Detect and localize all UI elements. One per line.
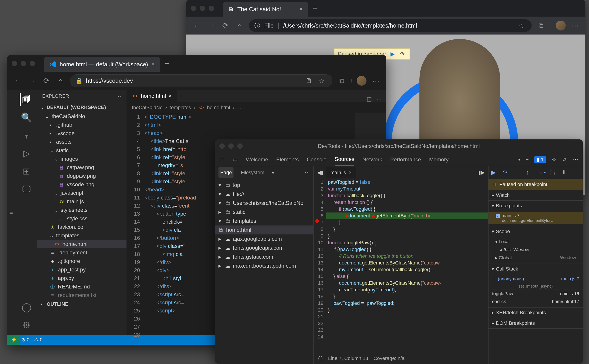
more-icon[interactable]: ⋯ xyxy=(570,21,580,31)
file-catpaw[interactable]: ▦catpaw.png xyxy=(37,163,126,172)
tree-static[interactable]: ▸🗀 static xyxy=(215,208,313,216)
forward-button[interactable]: → xyxy=(27,76,37,86)
favorite-icon[interactable]: ☆ xyxy=(317,76,327,86)
maximize-window-button[interactable] xyxy=(237,143,243,149)
remote-indicator[interactable]: ⚡ xyxy=(7,335,20,345)
close-tab-icon[interactable]: × xyxy=(169,93,172,99)
breakpoint-checkbox[interactable]: ✓ xyxy=(496,214,500,218)
settings-icon[interactable]: ⚙ xyxy=(20,319,32,331)
folder-vscode[interactable]: ›.vscode xyxy=(37,129,126,138)
deactivate-bp-button[interactable]: ⬚ xyxy=(549,169,557,176)
home-button[interactable]: ⌂ xyxy=(235,21,245,31)
split-editor-icon[interactable]: ◫ xyxy=(367,96,372,102)
device-toolbar-icon[interactable]: ▭ xyxy=(233,156,238,163)
reader-icon[interactable]: 🗎 xyxy=(304,76,314,86)
browser-tab[interactable]: 🗎 The Cat said No! × xyxy=(223,2,308,17)
lock-icon[interactable]: 🔒 xyxy=(76,77,83,84)
tree-userpath[interactable]: ▾🗀 Users/chris/src/theCatSaidNo xyxy=(215,199,313,208)
file-readme[interactable]: ⓘREADME.md xyxy=(37,282,126,291)
explorer-icon[interactable]: 🗐 xyxy=(20,93,32,106)
search-icon[interactable]: 🔍 xyxy=(20,111,32,124)
scope-header[interactable]: ▾ Scope xyxy=(489,226,583,237)
more-tabs-icon[interactable]: » xyxy=(272,170,274,176)
watch-header[interactable]: ▸ Watch xyxy=(489,190,583,200)
feedback-icon[interactable]: ☺ xyxy=(562,156,568,163)
close-window-button[interactable] xyxy=(191,6,196,11)
favorite-icon[interactable]: ☆ xyxy=(516,21,526,31)
file-vscodepng[interactable]: ▦vscode.png xyxy=(37,180,126,189)
extensions-icon[interactable]: ⧉ xyxy=(536,21,546,31)
file-apptest[interactable]: ♦app_test.py xyxy=(37,265,126,274)
callstack-frame[interactable]: → (anonymous)main.js:7 xyxy=(489,275,583,283)
source-control-icon[interactable]: ⑂ xyxy=(20,129,32,142)
folder-root[interactable]: ⌄theCatSaidNo xyxy=(37,112,126,121)
folder-templates[interactable]: ⌄templates xyxy=(37,231,126,240)
source-lines[interactable]: pawToggled = false; var myTimeout; funct… xyxy=(326,179,488,353)
more-icon[interactable]: ⋯ xyxy=(573,156,578,163)
close-window-button[interactable] xyxy=(219,143,225,149)
minimize-window-button[interactable] xyxy=(228,143,234,149)
new-tab-button[interactable]: + xyxy=(165,59,169,68)
scope-this[interactable]: ▸ this: Window xyxy=(489,246,583,254)
remote-explorer-icon[interactable]: 🖵 xyxy=(20,183,32,195)
run-debug-icon[interactable]: ▷ xyxy=(20,147,32,160)
menu-button[interactable]: ☰ xyxy=(7,90,15,335)
errors-count[interactable]: ⊘ 0 xyxy=(21,337,29,343)
pause-exceptions-button[interactable]: ⏸ xyxy=(561,169,568,176)
step-out-button[interactable]: ↑ xyxy=(526,169,533,176)
file-dogpaw[interactable]: ▦dogpaw.png xyxy=(37,172,126,180)
tree-homehtml[interactable]: 🗎 home.html xyxy=(215,226,313,234)
dom-header[interactable]: ▸ DOM Breakpoints xyxy=(489,318,583,328)
step-button[interactable]: →• xyxy=(538,169,545,176)
file-apppy[interactable]: ♦app.py xyxy=(37,274,126,282)
breakpoint-marker[interactable] xyxy=(315,219,319,223)
info-icon[interactable]: ⓘ xyxy=(254,22,260,30)
tree-templates[interactable]: ▾🗀 templates xyxy=(215,216,313,226)
source-tab-mainjs[interactable]: main.js × xyxy=(326,167,356,178)
more-icon[interactable]: ⋯ xyxy=(376,96,382,102)
callstack-frame[interactable]: togglePawmain.js:16 xyxy=(489,290,583,298)
close-tab-icon[interactable]: × xyxy=(151,61,155,68)
file-gitignore[interactable]: ◆.gitignore xyxy=(37,257,126,265)
tab-memory[interactable]: Memory xyxy=(429,153,449,166)
tab-sources[interactable]: Sources xyxy=(335,153,354,166)
tab-elements[interactable]: Elements xyxy=(276,153,299,166)
breakpoints-header[interactable]: ▾ Breakpoints xyxy=(489,201,583,211)
maximize-window-button[interactable] xyxy=(209,6,214,11)
tree-top[interactable]: ▾▭ top xyxy=(215,181,313,190)
new-tab-button[interactable]: + xyxy=(313,4,317,13)
file-deployment[interactable]: ≡.deployment xyxy=(37,248,126,257)
folder-stylesheets[interactable]: ⌄stylesheets xyxy=(37,206,126,214)
tab-performance[interactable]: Performance xyxy=(390,153,421,166)
settings-icon[interactable]: ⚙ xyxy=(552,156,556,163)
refresh-button[interactable]: ⟳ xyxy=(220,21,230,31)
more-tabs-icon[interactable]: » xyxy=(517,156,520,163)
forward-button[interactable]: → xyxy=(206,21,216,31)
breadcrumb-segment[interactable]: ... xyxy=(237,105,241,110)
extensions-icon[interactable]: ⊞ xyxy=(20,165,32,177)
toggle-nav-icon[interactable]: ◀▮ xyxy=(317,170,324,176)
extensions-icon[interactable]: ⧉ xyxy=(337,76,347,86)
breadcrumb-segment[interactable]: templates xyxy=(170,105,191,110)
new-tab-icon[interactable]: + xyxy=(526,156,529,163)
callstack-header[interactable]: ▾ Call Stack xyxy=(489,264,583,274)
xhr-header[interactable]: ▸ XHR/fetch Breakpoints xyxy=(489,307,583,318)
close-tab-icon[interactable]: × xyxy=(349,170,352,176)
editor-tab-homehtml[interactable]: <> home.html × xyxy=(126,90,177,102)
file-stylecss[interactable]: #style.css xyxy=(37,214,126,223)
tree-file[interactable]: ▾☁ file:// xyxy=(215,190,313,199)
folder-static[interactable]: ⌄static xyxy=(37,146,126,155)
resume-button[interactable]: ▶ xyxy=(491,169,498,176)
more-icon[interactable]: ⋯ xyxy=(305,170,310,176)
breakpoint-item[interactable]: ✓main.js:7 document.getElementById(… xyxy=(489,212,583,224)
source-gutter[interactable]: 123456 7 8910111213141516171819202122232… xyxy=(314,179,326,353)
file-requirements[interactable]: ≡requirements.txt xyxy=(37,291,126,299)
url-bar[interactable]: ⓘ File | /Users/chris/src/theCatSaidNo/t… xyxy=(249,19,532,32)
step-over-icon[interactable]: ↷ xyxy=(399,50,406,58)
file-favicon[interactable]: ★favicon.ico xyxy=(37,223,126,231)
profile-avatar[interactable] xyxy=(556,21,566,31)
file-homehtml[interactable]: <>home.html xyxy=(37,240,126,248)
close-window-button[interactable] xyxy=(12,61,17,66)
scope-local[interactable]: ▾ Local xyxy=(489,238,583,246)
source-code[interactable]: 123456 7 8910111213141516171819202122232… xyxy=(314,179,488,353)
